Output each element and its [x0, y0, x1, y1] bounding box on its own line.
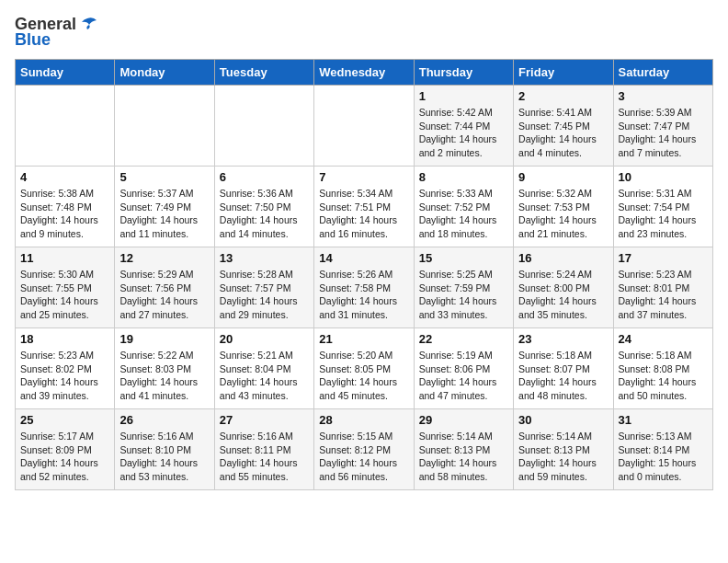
day-number: 28	[319, 413, 408, 427]
calendar-cell: 2Sunrise: 5:41 AM Sunset: 7:45 PM Daylig…	[514, 86, 613, 167]
day-number: 29	[419, 413, 508, 427]
calendar-cell: 20Sunrise: 5:21 AM Sunset: 8:04 PM Dayli…	[214, 328, 313, 409]
day-number: 12	[119, 251, 209, 265]
calendar-week-row: 1Sunrise: 5:42 AM Sunset: 7:44 PM Daylig…	[16, 86, 713, 167]
calendar-cell: 10Sunrise: 5:31 AM Sunset: 7:54 PM Dayli…	[613, 167, 712, 247]
calendar-cell: 23Sunrise: 5:18 AM Sunset: 8:07 PM Dayli…	[514, 328, 613, 409]
day-number: 3	[619, 89, 708, 103]
calendar-cell: 31Sunrise: 5:13 AM Sunset: 8:14 PM Dayli…	[613, 409, 712, 490]
calendar-week-row: 4Sunrise: 5:38 AM Sunset: 7:48 PM Daylig…	[16, 167, 713, 247]
day-info: Sunrise: 5:38 AM Sunset: 7:48 PM Dayligh…	[20, 187, 109, 241]
day-info: Sunrise: 5:41 AM Sunset: 7:45 PM Dayligh…	[518, 106, 608, 160]
day-info: Sunrise: 5:16 AM Sunset: 8:11 PM Dayligh…	[220, 430, 309, 484]
column-header-monday: Monday	[115, 60, 214, 86]
day-number: 18	[20, 332, 109, 346]
calendar-cell: 11Sunrise: 5:30 AM Sunset: 7:55 PM Dayli…	[16, 247, 115, 328]
day-info: Sunrise: 5:24 AM Sunset: 8:00 PM Dayligh…	[518, 268, 608, 322]
day-number: 8	[419, 170, 508, 184]
calendar-cell: 5Sunrise: 5:37 AM Sunset: 7:49 PM Daylig…	[115, 167, 214, 247]
calendar-header-row: SundayMondayTuesdayWednesdayThursdayFrid…	[16, 60, 713, 86]
day-info: Sunrise: 5:26 AM Sunset: 7:58 PM Dayligh…	[319, 268, 408, 322]
calendar-cell: 8Sunrise: 5:33 AM Sunset: 7:52 PM Daylig…	[414, 167, 513, 247]
column-header-thursday: Thursday	[414, 60, 513, 86]
calendar-cell: 25Sunrise: 5:17 AM Sunset: 8:09 PM Dayli…	[16, 409, 115, 490]
calendar-cell: 22Sunrise: 5:19 AM Sunset: 8:06 PM Dayli…	[414, 328, 513, 409]
day-info: Sunrise: 5:18 AM Sunset: 8:07 PM Dayligh…	[518, 349, 608, 403]
day-number: 16	[518, 251, 608, 265]
calendar-cell	[115, 86, 214, 167]
calendar-cell	[16, 86, 115, 167]
logo-bird-icon	[78, 17, 98, 33]
calendar-cell: 19Sunrise: 5:22 AM Sunset: 8:03 PM Dayli…	[115, 328, 214, 409]
page-header: General Blue	[15, 15, 713, 50]
day-info: Sunrise: 5:23 AM Sunset: 8:01 PM Dayligh…	[619, 268, 708, 322]
calendar-table: SundayMondayTuesdayWednesdayThursdayFrid…	[15, 59, 713, 490]
calendar-cell: 21Sunrise: 5:20 AM Sunset: 8:05 PM Dayli…	[314, 328, 414, 409]
calendar-cell: 9Sunrise: 5:32 AM Sunset: 7:53 PM Daylig…	[514, 167, 613, 247]
day-info: Sunrise: 5:30 AM Sunset: 7:55 PM Dayligh…	[20, 268, 109, 322]
day-info: Sunrise: 5:37 AM Sunset: 7:49 PM Dayligh…	[119, 187, 209, 241]
day-info: Sunrise: 5:18 AM Sunset: 8:08 PM Dayligh…	[619, 349, 708, 403]
day-number: 23	[518, 332, 608, 346]
logo-blue-text: Blue	[15, 30, 51, 50]
calendar-cell	[214, 86, 313, 167]
day-info: Sunrise: 5:20 AM Sunset: 8:05 PM Dayligh…	[319, 349, 408, 403]
calendar-cell: 14Sunrise: 5:26 AM Sunset: 7:58 PM Dayli…	[314, 247, 414, 328]
day-number: 9	[518, 170, 608, 184]
day-number: 2	[518, 89, 608, 103]
day-info: Sunrise: 5:16 AM Sunset: 8:10 PM Dayligh…	[119, 430, 209, 484]
calendar-cell: 12Sunrise: 5:29 AM Sunset: 7:56 PM Dayli…	[115, 247, 214, 328]
day-info: Sunrise: 5:17 AM Sunset: 8:09 PM Dayligh…	[20, 430, 109, 484]
day-number: 20	[220, 332, 309, 346]
column-header-tuesday: Tuesday	[214, 60, 313, 86]
day-number: 14	[319, 251, 408, 265]
calendar-cell: 18Sunrise: 5:23 AM Sunset: 8:02 PM Dayli…	[16, 328, 115, 409]
calendar-cell: 1Sunrise: 5:42 AM Sunset: 7:44 PM Daylig…	[414, 86, 513, 167]
calendar-cell: 3Sunrise: 5:39 AM Sunset: 7:47 PM Daylig…	[613, 86, 712, 167]
day-info: Sunrise: 5:34 AM Sunset: 7:51 PM Dayligh…	[319, 187, 408, 241]
day-number: 4	[20, 170, 109, 184]
calendar-week-row: 25Sunrise: 5:17 AM Sunset: 8:09 PM Dayli…	[16, 409, 713, 490]
calendar-cell: 27Sunrise: 5:16 AM Sunset: 8:11 PM Dayli…	[214, 409, 313, 490]
calendar-cell: 13Sunrise: 5:28 AM Sunset: 7:57 PM Dayli…	[214, 247, 313, 328]
column-header-friday: Friday	[514, 60, 613, 86]
day-info: Sunrise: 5:29 AM Sunset: 7:56 PM Dayligh…	[119, 268, 209, 322]
calendar-cell: 28Sunrise: 5:15 AM Sunset: 8:12 PM Dayli…	[314, 409, 414, 490]
day-info: Sunrise: 5:28 AM Sunset: 7:57 PM Dayligh…	[220, 268, 309, 322]
day-info: Sunrise: 5:21 AM Sunset: 8:04 PM Dayligh…	[220, 349, 309, 403]
day-info: Sunrise: 5:19 AM Sunset: 8:06 PM Dayligh…	[419, 349, 508, 403]
calendar-cell: 7Sunrise: 5:34 AM Sunset: 7:51 PM Daylig…	[314, 167, 414, 247]
day-number: 25	[20, 413, 109, 427]
logo: General Blue	[15, 15, 98, 50]
day-info: Sunrise: 5:23 AM Sunset: 8:02 PM Dayligh…	[20, 349, 109, 403]
column-header-sunday: Sunday	[16, 60, 115, 86]
day-number: 17	[619, 251, 708, 265]
calendar-cell: 26Sunrise: 5:16 AM Sunset: 8:10 PM Dayli…	[115, 409, 214, 490]
day-info: Sunrise: 5:22 AM Sunset: 8:03 PM Dayligh…	[119, 349, 209, 403]
day-number: 1	[419, 89, 508, 103]
calendar-cell: 4Sunrise: 5:38 AM Sunset: 7:48 PM Daylig…	[16, 167, 115, 247]
day-info: Sunrise: 5:14 AM Sunset: 8:13 PM Dayligh…	[518, 430, 608, 484]
day-info: Sunrise: 5:42 AM Sunset: 7:44 PM Dayligh…	[419, 106, 508, 160]
day-number: 31	[619, 413, 708, 427]
day-number: 30	[518, 413, 608, 427]
calendar-cell: 29Sunrise: 5:14 AM Sunset: 8:13 PM Dayli…	[414, 409, 513, 490]
day-number: 5	[119, 170, 209, 184]
day-number: 27	[220, 413, 309, 427]
calendar-cell: 6Sunrise: 5:36 AM Sunset: 7:50 PM Daylig…	[214, 167, 313, 247]
calendar-cell	[314, 86, 414, 167]
calendar-cell: 15Sunrise: 5:25 AM Sunset: 7:59 PM Dayli…	[414, 247, 513, 328]
day-info: Sunrise: 5:25 AM Sunset: 7:59 PM Dayligh…	[419, 268, 508, 322]
day-number: 26	[119, 413, 209, 427]
day-info: Sunrise: 5:32 AM Sunset: 7:53 PM Dayligh…	[518, 187, 608, 241]
calendar-cell: 16Sunrise: 5:24 AM Sunset: 8:00 PM Dayli…	[514, 247, 613, 328]
day-info: Sunrise: 5:31 AM Sunset: 7:54 PM Dayligh…	[619, 187, 708, 241]
day-info: Sunrise: 5:13 AM Sunset: 8:14 PM Dayligh…	[619, 430, 708, 484]
calendar-cell: 17Sunrise: 5:23 AM Sunset: 8:01 PM Dayli…	[613, 247, 712, 328]
column-header-wednesday: Wednesday	[314, 60, 414, 86]
day-number: 11	[20, 251, 109, 265]
calendar-cell: 24Sunrise: 5:18 AM Sunset: 8:08 PM Dayli…	[613, 328, 712, 409]
day-number: 7	[319, 170, 408, 184]
day-number: 10	[619, 170, 708, 184]
day-number: 24	[619, 332, 708, 346]
